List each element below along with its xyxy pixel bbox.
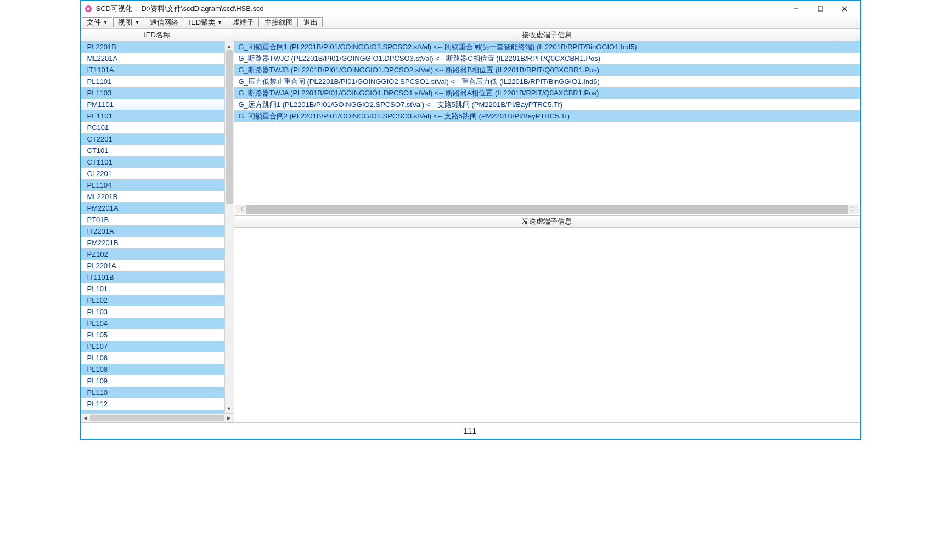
ied-list-item[interactable]: CT1101 bbox=[81, 156, 224, 168]
scroll-left-button[interactable]: ◀ bbox=[81, 414, 90, 422]
menu-iedcluster[interactable]: IED聚类▼ bbox=[184, 17, 227, 27]
menu-view[interactable]: 视图▼ bbox=[113, 17, 144, 27]
recv-hscrollbar[interactable]: 〈 〉 bbox=[235, 205, 859, 214]
ied-list[interactable]: PL2201BML2201AIT1101APL1101PL1103PM1101P… bbox=[81, 41, 224, 413]
right-pane: 接收虚端子信息 G_闭锁重合闸1 (PL2201B/PI01/GOINGGIO2… bbox=[234, 29, 860, 422]
menu-vterm[interactable]: 虚端子 bbox=[228, 17, 259, 27]
send-list[interactable] bbox=[234, 228, 860, 422]
menu-file[interactable]: 文件▼ bbox=[82, 17, 113, 27]
chevron-down-icon: ▼ bbox=[134, 20, 139, 25]
ied-list-item[interactable]: PL2201B bbox=[81, 41, 224, 53]
menu-network[interactable]: 通信网络 bbox=[145, 17, 183, 27]
ied-list-item[interactable]: PL101 bbox=[81, 283, 224, 295]
menu-vterm-label: 虚端子 bbox=[233, 18, 254, 27]
scroll-track[interactable] bbox=[90, 414, 224, 422]
chevron-down-icon: ▼ bbox=[217, 20, 222, 25]
scroll-thumb[interactable] bbox=[226, 50, 233, 204]
recv-row[interactable]: G_断路器TWJC (PL2201B/PI01/GOINGGIO1.DPCSO3… bbox=[234, 53, 860, 64]
ied-list-item[interactable]: ML2201A bbox=[81, 53, 224, 64]
window-buttons bbox=[784, 2, 857, 16]
menu-mainline[interactable]: 主接线图 bbox=[260, 17, 298, 27]
recv-panel: 接收虚端子信息 G_闭锁重合闸1 (PL2201B/PI01/GOINGGIO2… bbox=[234, 29, 860, 216]
svg-point-1 bbox=[87, 7, 89, 10]
menu-view-label: 视图 bbox=[118, 18, 132, 27]
ied-list-item[interactable]: PM1101 bbox=[81, 99, 224, 110]
scroll-thumb[interactable] bbox=[90, 415, 224, 421]
ied-list-item[interactable]: IT2201A bbox=[81, 225, 224, 237]
ied-list-item[interactable]: PL1103 bbox=[81, 87, 224, 99]
ied-list-header: IED名称 bbox=[81, 29, 234, 41]
send-panel: 发送虚端子信息 bbox=[234, 216, 860, 422]
maximize-icon bbox=[818, 6, 823, 12]
ied-list-item[interactable]: PE1101 bbox=[81, 110, 224, 122]
recv-row[interactable]: G_远方跳闸1 (PL2201B/PI01/GOINGGIO2.SPCSO7.s… bbox=[234, 99, 860, 110]
ied-list-item[interactable]: PL108 bbox=[81, 364, 224, 375]
ied-list-item[interactable]: PT01B bbox=[81, 214, 224, 225]
ied-list-item[interactable]: PL1101 bbox=[81, 76, 224, 87]
ied-list-item[interactable]: PM2201A bbox=[81, 202, 224, 214]
menu-iedcluster-label: IED聚类 bbox=[189, 18, 215, 27]
recv-row[interactable]: G_闭锁重合闸2 (PL2201B/PI01/GOINGGIO2.SPCSO3.… bbox=[234, 110, 860, 122]
ied-list-item[interactable]: PL106 bbox=[81, 352, 224, 364]
recv-panel-header: 接收虚端子信息 bbox=[234, 29, 860, 41]
scroll-left-button[interactable]: 〈 bbox=[235, 205, 246, 214]
ied-list-item[interactable]: IT1101B bbox=[81, 271, 224, 283]
send-panel-header: 发送虚端子信息 bbox=[234, 216, 860, 228]
ied-list-item[interactable]: PL109 bbox=[81, 375, 224, 387]
ied-list-item[interactable]: PL104 bbox=[81, 318, 224, 329]
scroll-down-button[interactable]: ▼ bbox=[225, 404, 234, 413]
menu-exit-label: 退出 bbox=[303, 18, 318, 27]
ied-list-item[interactable]: PL2201A bbox=[81, 260, 224, 271]
scroll-track[interactable] bbox=[246, 205, 848, 214]
menu-network-label: 通信网络 bbox=[150, 18, 178, 27]
ied-list-item[interactable]: CT101 bbox=[81, 145, 224, 156]
ied-list-item[interactable]: PL102 bbox=[81, 295, 224, 306]
menu-mainline-label: 主接线图 bbox=[264, 18, 293, 27]
close-button[interactable] bbox=[832, 2, 857, 16]
scroll-right-button[interactable]: 〉 bbox=[848, 205, 859, 214]
minimize-icon bbox=[793, 6, 799, 12]
recv-row[interactable]: G_断路器TWJB (PL2201B/PI01/GOINGGIO1.DPCSO2… bbox=[234, 64, 860, 76]
recv-row[interactable]: G_压力低禁止重合闸 (PL2201B/PI01/GOINGGIO2.SPCSO… bbox=[234, 76, 860, 87]
svg-rect-3 bbox=[818, 7, 823, 11]
recv-row[interactable]: G_断路器TWJA (PL2201B/PI01/GOINGGIO1.DPCSO1… bbox=[234, 87, 860, 99]
ied-list-pane: IED名称 PL2201BML2201AIT1101APL1101PL1103P… bbox=[81, 29, 234, 422]
scroll-up-button[interactable]: ▲ bbox=[225, 41, 234, 50]
ied-list-item[interactable]: PL103 bbox=[81, 306, 224, 318]
menubar: 文件▼ 视图▼ 通信网络 IED聚类▼ 虚端子 主接线图 退出 bbox=[81, 16, 860, 29]
close-icon bbox=[842, 6, 847, 12]
titlebar: SCD可视化： D:\资料\文件\scdDiagram\scd\HSB.scd bbox=[81, 1, 860, 16]
ied-list-item[interactable]: PL112 bbox=[81, 398, 224, 410]
window-title: SCD可视化： D:\资料\文件\scdDiagram\scd\HSB.scd bbox=[96, 4, 784, 14]
menu-exit[interactable]: 退出 bbox=[299, 17, 323, 27]
ied-list-item[interactable]: PL107 bbox=[81, 341, 224, 352]
minimize-button[interactable] bbox=[784, 2, 808, 16]
ied-hscrollbar[interactable]: ◀ ▶ bbox=[81, 413, 234, 422]
menu-file-label: 文件 bbox=[87, 18, 101, 27]
ied-list-item[interactable]: PL1104 bbox=[81, 179, 224, 191]
app-icon bbox=[84, 4, 93, 13]
ied-list-item[interactable]: PM2201B bbox=[81, 237, 224, 248]
ied-list-item[interactable]: ML2201B bbox=[81, 191, 224, 202]
footer: 111 bbox=[81, 422, 860, 439]
scroll-right-button[interactable]: ▶ bbox=[224, 414, 234, 422]
scroll-track[interactable] bbox=[225, 50, 234, 404]
ied-list-item[interactable]: CT2201 bbox=[81, 133, 224, 145]
content: IED名称 PL2201BML2201AIT1101APL1101PL1103P… bbox=[81, 29, 860, 422]
maximize-button[interactable] bbox=[808, 2, 832, 16]
ied-list-item[interactable]: PL105 bbox=[81, 329, 224, 341]
ied-list-item[interactable]: PC101 bbox=[81, 122, 224, 133]
ied-list-item[interactable]: PZ102 bbox=[81, 248, 224, 260]
recv-row[interactable]: G_闭锁重合闸1 (PL2201B/PI01/GOINGGIO2.SPCSO2.… bbox=[234, 41, 860, 53]
ied-list-item[interactable]: CL2201 bbox=[81, 168, 224, 179]
ied-vscrollbar[interactable]: ▲ ▼ bbox=[224, 41, 234, 413]
app-window: SCD可视化： D:\资料\文件\scdDiagram\scd\HSB.scd … bbox=[80, 0, 861, 440]
ied-list-wrap: PL2201BML2201AIT1101APL1101PL1103PM1101P… bbox=[81, 41, 234, 413]
page-number: 111 bbox=[464, 427, 476, 435]
chevron-down-icon: ▼ bbox=[103, 20, 108, 25]
ied-list-item[interactable]: PL110 bbox=[81, 387, 224, 398]
ied-list-item[interactable]: IT1101A bbox=[81, 64, 224, 76]
recv-list[interactable]: G_闭锁重合闸1 (PL2201B/PI01/GOINGGIO2.SPCSO2.… bbox=[234, 41, 860, 203]
